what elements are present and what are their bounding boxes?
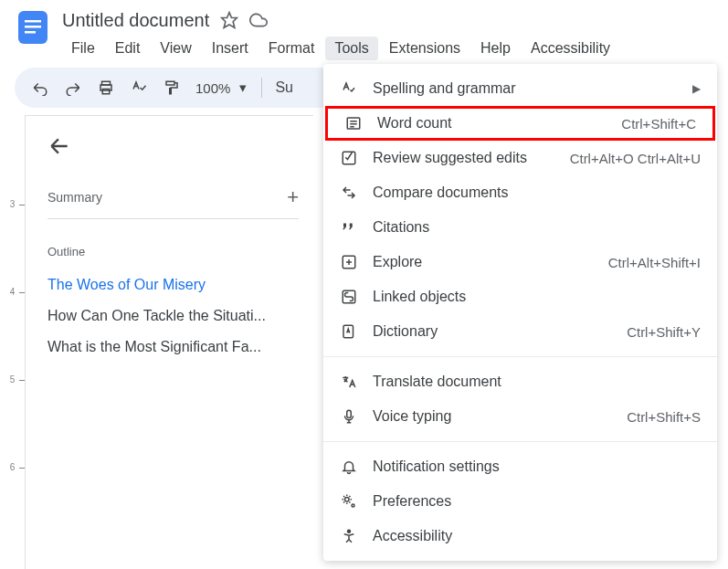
menu-preferences[interactable]: Preferences [323,484,717,519]
review-icon [340,149,358,167]
menubar: File Edit View Insert Format Tools Exten… [62,37,713,60]
svg-marker-4 [222,13,237,28]
ruler-tick: 5 [0,374,25,385]
menu-edit[interactable]: Edit [106,37,150,60]
menu-linked-objects[interactable]: Linked objects [323,279,717,314]
menu-notification-settings[interactable]: Notification settings [323,449,717,484]
zoom-value: 100% [195,80,230,96]
citations-icon [340,218,358,237]
svg-rect-2 [25,26,41,28]
back-arrow-icon[interactable] [47,134,73,160]
menu-help[interactable]: Help [471,37,520,60]
translate-icon [340,373,358,391]
chevron-right-icon: ▶ [692,82,701,95]
menu-separator [323,441,717,442]
menu-accessibility[interactable]: Accessibility [522,37,619,60]
menu-separator [323,356,717,357]
separator [261,78,262,98]
explore-icon [340,253,358,271]
cloud-icon[interactable] [249,11,268,29]
menu-shortcut: Ctrl+Alt+O Ctrl+Alt+U [570,151,701,166]
ruler-tick: 3 [0,199,25,209]
svg-point-22 [348,530,351,532]
menu-label: Review suggested edits [373,150,570,166]
menu-label: Notification settings [373,458,701,475]
menu-accessibility-option[interactable]: Accessibility [323,519,717,553]
svg-rect-3 [25,31,36,34]
bell-icon [340,458,358,476]
outline-item[interactable]: The Woes of Our Misery [38,277,299,293]
menu-label: Word count [377,115,621,132]
add-summary-button[interactable]: + [287,185,299,209]
menu-dictionary[interactable]: Dictionary Ctrl+Shift+Y [323,314,717,349]
menu-extensions[interactable]: Extensions [380,37,470,60]
menu-view[interactable]: View [151,37,200,60]
menu-spelling-grammar[interactable]: Spelling and grammar ▶ [323,71,717,106]
star-icon[interactable] [220,11,238,29]
menu-label: Translate document [373,374,701,390]
svg-point-20 [345,498,350,502]
undo-button[interactable] [26,73,55,102]
menu-label: Voice typing [373,408,627,425]
menu-label: Dictionary [373,323,627,340]
menu-label: Spelling and grammar [373,80,685,97]
redo-button[interactable] [58,73,88,102]
document-title[interactable]: Untitled document [62,10,209,31]
mic-icon [340,407,358,426]
zoom-select[interactable]: 100%▾ [190,79,252,96]
spellcheck-icon [340,79,358,98]
outline-item[interactable]: What is the Most Significant Fa... [38,339,299,355]
linked-icon [340,288,358,306]
wordcount-icon [344,114,363,132]
menu-review-edits[interactable]: Review suggested edits Ctrl+Alt+O Ctrl+A… [323,141,717,175]
ruler-tick: 6 [0,462,25,472]
menu-voice-typing[interactable]: Voice typing Ctrl+Shift+S [323,399,717,434]
menu-shortcut: Ctrl+Shift+Y [627,324,701,340]
menu-shortcut: Ctrl+Shift+C [621,116,696,132]
svg-rect-8 [166,81,174,85]
menu-label: Citations [373,219,701,236]
header: Untitled document File Edit View Insert … [0,0,728,60]
compare-icon [340,184,358,202]
spellcheck-button[interactable] [124,73,153,102]
dictionary-icon [340,322,358,341]
menu-shortcut: Ctrl+Alt+Shift+I [608,255,701,270]
menu-shortcut: Ctrl+Shift+S [627,409,701,425]
menu-file[interactable]: File [62,37,104,60]
menu-insert[interactable]: Insert [203,37,258,60]
menu-citations[interactable]: Citations [323,210,717,245]
menu-label: Preferences [373,493,701,510]
outline-item[interactable]: How Can One Tackle the Situati... [38,308,299,324]
gear-icon [340,492,358,511]
vertical-ruler: 3 4 5 6 [0,115,26,569]
menu-label: Explore [373,254,608,270]
paint-format-button[interactable] [157,73,186,102]
tools-dropdown: Spelling and grammar ▶ Word count Ctrl+S… [323,64,717,561]
svg-rect-1 [25,20,41,23]
menu-compare-documents[interactable]: Compare documents [323,175,717,210]
menu-label: Accessibility [373,528,701,544]
accessibility-icon [340,527,358,545]
print-button[interactable] [91,73,121,102]
summary-label: Summary [47,190,102,205]
svg-point-21 [352,504,354,507]
outline-label: Outline [47,245,299,258]
menu-translate[interactable]: Translate document [323,364,717,399]
outline-sidebar: Summary + Outline The Woes of Our Misery… [26,115,313,569]
menu-label: Linked objects [373,289,701,305]
ruler-tick: 4 [0,287,25,297]
menu-tools[interactable]: Tools [325,37,377,60]
menu-explore[interactable]: Explore Ctrl+Alt+Shift+I [323,245,717,279]
menu-word-count[interactable]: Word count Ctrl+Shift+C [325,106,715,141]
style-select[interactable]: Su [271,79,297,96]
svg-rect-19 [347,410,352,417]
menu-label: Compare documents [373,184,701,201]
docs-logo-icon[interactable] [15,9,51,46]
menu-format[interactable]: Format [259,37,324,60]
